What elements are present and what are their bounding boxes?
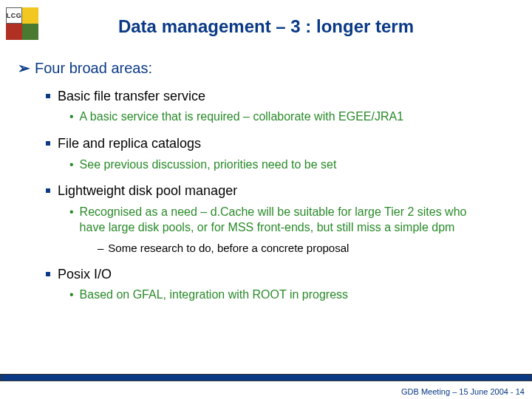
arrow-icon: ➢ <box>18 59 30 77</box>
bullet-l2: File and replica catalogs <box>46 135 514 152</box>
slide-title: Data management – 3 : longer term <box>0 16 532 37</box>
bullet-l2-text: Basic file transfer service <box>58 88 205 105</box>
bullet-l3-text: Recognised as a need – d.Cache will be s… <box>80 205 494 236</box>
footer-bar <box>0 374 532 381</box>
bullet-l2: Posix I/O <box>46 266 514 283</box>
bullet-l1-text: Four broad areas: <box>35 59 152 78</box>
bullet-l4-text: Some research to do, before a concrete p… <box>108 241 349 256</box>
bullet-l2: Basic file transfer service <box>46 88 514 105</box>
bullet-l4: – Some research to do, before a concrete… <box>98 241 514 256</box>
bullet-l2-text: Lightweight disk pool manager <box>58 183 237 200</box>
bullet-l3: • Recognised as a need – d.Cache will be… <box>69 205 514 236</box>
bullet-l3-text: See previous discussion, priorities need… <box>80 157 337 173</box>
slide-body: ➢ Four broad areas: Basic file transfer … <box>18 52 514 303</box>
bullet-l2: Lightweight disk pool manager <box>46 183 514 200</box>
square-icon <box>46 272 50 276</box>
bullet-l3: • Based on GFAL, integration with ROOT i… <box>69 287 514 303</box>
bullet-l2-text: Posix I/O <box>58 266 112 283</box>
bullet-l3: • See previous discussion, priorities ne… <box>69 157 514 173</box>
footer-text: GDB Meeting – 15 June 2004 - 14 <box>401 387 525 396</box>
dot-icon: • <box>69 287 74 303</box>
dot-icon: • <box>69 109 74 125</box>
bullet-l3-text: A basic service that is required – colla… <box>80 109 403 125</box>
square-icon <box>46 141 50 146</box>
dot-icon: • <box>69 205 74 220</box>
square-icon <box>46 188 50 193</box>
bullet-l1: ➢ Four broad areas: <box>18 59 514 78</box>
dash-icon: – <box>98 241 103 256</box>
bullet-l3-text: Based on GFAL, integration with ROOT in … <box>80 287 348 303</box>
bullet-l3: • A basic service that is required – col… <box>69 109 514 125</box>
bullet-l2-text: File and replica catalogs <box>58 135 201 152</box>
dot-icon: • <box>69 157 74 173</box>
square-icon <box>46 94 50 98</box>
